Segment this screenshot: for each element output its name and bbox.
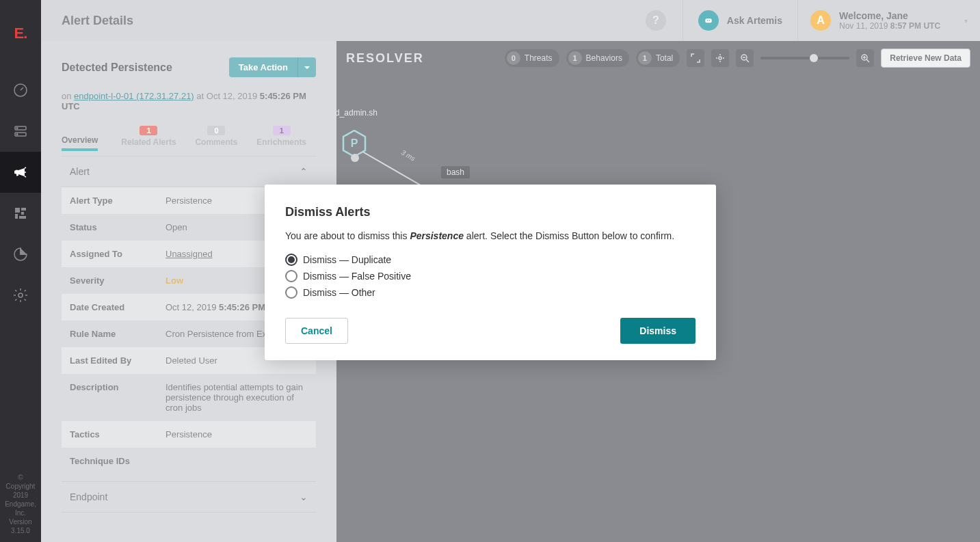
dismiss-button[interactable]: Dismiss (620, 318, 696, 344)
dismiss-modal: Dismiss Alerts You are about to dismiss … (265, 185, 716, 360)
svg-rect-5 (15, 208, 20, 213)
copyright-text: © Copyright 2019 Endgame, Inc. (3, 473, 38, 517)
option-duplicate[interactable]: Dismiss — Duplicate (285, 254, 696, 266)
modal-message: You are about to dismiss this Persistenc… (285, 230, 696, 241)
svg-point-10 (18, 293, 23, 297)
cancel-button[interactable]: Cancel (285, 318, 348, 344)
radio-icon (285, 270, 297, 282)
nav-list (0, 70, 41, 316)
option-other[interactable]: Dismiss — Other (285, 286, 696, 299)
megaphone-icon (12, 164, 29, 180)
nav-settings[interactable] (0, 275, 41, 316)
nav-dashboard[interactable] (0, 70, 41, 111)
option-label: Dismiss — Other (303, 287, 375, 298)
version-label: Version (9, 518, 31, 526)
gauge-icon (12, 82, 29, 98)
svg-rect-6 (21, 208, 26, 211)
svg-point-4 (16, 134, 18, 135)
rail-footer: © Copyright 2019 Endgame, Inc. Version 3… (0, 468, 41, 542)
nav-reports[interactable] (0, 234, 41, 275)
option-label: Dismiss — Duplicate (303, 254, 391, 265)
svg-rect-7 (21, 212, 24, 215)
modal-title: Dismiss Alerts (285, 205, 696, 219)
option-label: Dismiss — False Positive (303, 271, 411, 282)
blocks-icon (12, 205, 29, 221)
brand-logo: E. (14, 25, 27, 42)
radio-icon (285, 254, 297, 266)
nav-endpoints[interactable] (0, 111, 41, 152)
nav-investigate[interactable] (0, 193, 41, 234)
server-icon (12, 123, 29, 139)
gear-icon (12, 287, 29, 303)
nav-rail: E. © Copyright 2019 Endgame, Inc. Versio… (0, 0, 41, 542)
svg-point-3 (16, 128, 18, 129)
option-false-positive[interactable]: Dismiss — False Positive (285, 270, 696, 282)
svg-rect-9 (19, 216, 26, 219)
version-value: 3.15.0 (11, 527, 30, 534)
nav-alerts[interactable] (0, 152, 41, 193)
dismiss-options: Dismiss — Duplicate Dismiss — False Posi… (285, 254, 696, 299)
pie-icon (12, 246, 29, 262)
radio-icon (285, 286, 297, 299)
svg-rect-8 (15, 214, 18, 219)
